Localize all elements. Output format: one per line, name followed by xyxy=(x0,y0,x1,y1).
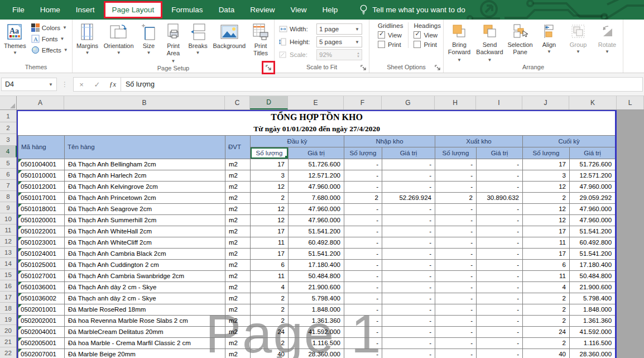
cell[interactable]: - xyxy=(344,270,382,281)
header-so-luong[interactable]: Số lượng xyxy=(435,147,477,159)
cell[interactable]: - xyxy=(477,315,523,326)
cell[interactable]: 1.361.360 xyxy=(289,315,344,326)
sheet-options-dialog-launcher[interactable] xyxy=(434,64,441,71)
tab-page-layout[interactable]: Page Layout xyxy=(104,1,163,18)
cell[interactable]: - xyxy=(435,214,477,226)
row-header-6[interactable]: 6 xyxy=(0,169,16,180)
cell[interactable]: 40 xyxy=(251,349,289,358)
cell[interactable]: - xyxy=(435,304,477,315)
print-titles-button[interactable]: Print Titles xyxy=(248,21,273,57)
cell[interactable]: m2 xyxy=(225,326,251,337)
cell[interactable]: 21.900.600 xyxy=(289,281,344,293)
cell[interactable]: Đá Marble RoseRed 18mm xyxy=(65,304,225,315)
cell[interactable]: - xyxy=(344,281,382,293)
cell[interactable]: - xyxy=(382,337,435,349)
col-header-D[interactable]: D xyxy=(250,96,288,109)
cell[interactable]: 1.361.360 xyxy=(570,315,616,326)
selection-pane-button[interactable]: Selection Pane xyxy=(506,21,535,56)
tab-file[interactable]: File xyxy=(4,0,32,20)
headings-view-checkbox[interactable]: View xyxy=(414,31,441,39)
cell[interactable]: - xyxy=(435,181,477,192)
width-select[interactable]: 1 page ▼ xyxy=(316,23,362,35)
cell[interactable]: 21.900.600 xyxy=(570,281,616,293)
cell[interactable]: m2 xyxy=(225,237,251,248)
row-header-18[interactable]: 18 xyxy=(0,303,16,314)
report-title[interactable]: TỔNG HỢP TỒN KHO xyxy=(18,111,616,123)
insert-function-icon[interactable]: ƒx xyxy=(105,80,121,89)
col-header-L[interactable]: L xyxy=(617,96,644,109)
cell[interactable]: 0501010001 xyxy=(18,170,65,181)
cell[interactable]: m2 xyxy=(225,259,251,270)
cell[interactable]: 60.492.800 xyxy=(570,237,616,248)
gridlines-view-checkbox[interactable]: View xyxy=(378,31,403,39)
cell[interactable]: - xyxy=(477,214,523,226)
cell[interactable]: - xyxy=(435,281,477,293)
col-header-G[interactable]: G xyxy=(382,96,435,109)
tab-insert[interactable]: Insert xyxy=(68,0,103,20)
cell[interactable]: - xyxy=(382,226,435,237)
cell[interactable]: Đá Thạch Anh Bellingham 2cm xyxy=(65,159,225,170)
cell[interactable]: - xyxy=(435,259,477,270)
cell[interactable]: 17 xyxy=(523,159,570,170)
tab-home[interactable]: Home xyxy=(32,0,68,20)
tab-formulas[interactable]: Formulas xyxy=(164,0,210,20)
header-gia-tri[interactable]: Giá trị xyxy=(382,147,435,159)
cell[interactable]: 2 xyxy=(435,192,477,203)
col-header-F[interactable]: F xyxy=(344,96,382,109)
row-header-10[interactable]: 10 xyxy=(0,213,16,225)
cell[interactable]: 11 xyxy=(523,270,570,281)
cell[interactable]: - xyxy=(477,337,523,349)
cell[interactable]: m2 xyxy=(225,159,251,170)
row-header-7[interactable]: 7 xyxy=(0,180,16,191)
row-header-20[interactable]: 20 xyxy=(0,325,16,336)
cell[interactable]: 5.798.400 xyxy=(570,293,616,304)
cancel-icon[interactable]: × xyxy=(74,80,89,89)
enter-icon[interactable]: ✓ xyxy=(89,80,105,89)
cell[interactable]: 47.960.000 xyxy=(570,181,616,192)
cell[interactable]: 0501022001 xyxy=(18,226,65,237)
cell[interactable]: m2 xyxy=(225,293,251,304)
cell[interactable]: - xyxy=(382,237,435,248)
row-header-21[interactable]: 21 xyxy=(0,336,16,347)
cell[interactable]: 17 xyxy=(523,226,570,237)
header-nhap-kho[interactable]: Nhập kho xyxy=(344,135,435,147)
cell[interactable]: 2 xyxy=(251,315,289,326)
cell[interactable]: - xyxy=(344,170,382,181)
cell[interactable]: - xyxy=(344,159,382,170)
cell[interactable]: 4 xyxy=(523,281,570,293)
cell[interactable]: - xyxy=(382,248,435,259)
cell[interactable]: 0501023001 xyxy=(18,237,65,248)
cell[interactable]: Đá Thạch Anh Summerhill 2cm xyxy=(65,214,225,226)
row-header-17[interactable]: 17 xyxy=(0,292,16,303)
send-backward-button[interactable]: Send Backward ▼ xyxy=(474,21,506,63)
row-header-4[interactable]: 4 xyxy=(0,146,17,157)
cell[interactable]: Đá hoa Marble - Crema Marfil Classic 2 c… xyxy=(65,337,225,349)
cell[interactable]: - xyxy=(477,259,523,270)
cell[interactable]: 50.484.800 xyxy=(570,270,616,281)
scale-spinner[interactable]: 92% ▲▼ xyxy=(316,49,362,60)
header-so-luong[interactable]: Số lượng xyxy=(344,147,382,159)
cell[interactable]: m2 xyxy=(225,170,251,181)
col-header-J[interactable]: J xyxy=(522,96,569,109)
header-gia-tri[interactable]: Giá trị xyxy=(570,147,616,159)
cell[interactable]: 12.571.200 xyxy=(289,170,344,181)
cell[interactable]: 24 xyxy=(251,326,289,337)
cell[interactable]: 0502001001 xyxy=(18,304,65,315)
cell[interactable]: - xyxy=(344,226,382,237)
cell[interactable]: 0501036002 xyxy=(18,293,65,304)
effects-button[interactable]: Effects ▼ xyxy=(29,45,70,55)
align-button[interactable]: Align ▼ xyxy=(535,21,564,54)
row-header-15[interactable]: 15 xyxy=(0,269,16,280)
row-header-12[interactable]: 12 xyxy=(0,236,16,247)
margins-button[interactable]: Margins ▼ xyxy=(74,21,101,55)
col-header-K[interactable]: K xyxy=(569,96,617,109)
col-header-A[interactable]: A xyxy=(17,96,64,109)
cell[interactable]: 2 xyxy=(251,192,289,203)
cell[interactable]: 17 xyxy=(251,248,289,259)
cell[interactable]: 12 xyxy=(251,181,289,192)
cell[interactable]: 1.116.500 xyxy=(570,337,616,349)
cell[interactable]: m2 xyxy=(225,192,251,203)
cell[interactable]: - xyxy=(435,237,477,248)
cell[interactable]: 0501036001 xyxy=(18,281,65,293)
cell[interactable]: 1.848.000 xyxy=(570,304,616,315)
